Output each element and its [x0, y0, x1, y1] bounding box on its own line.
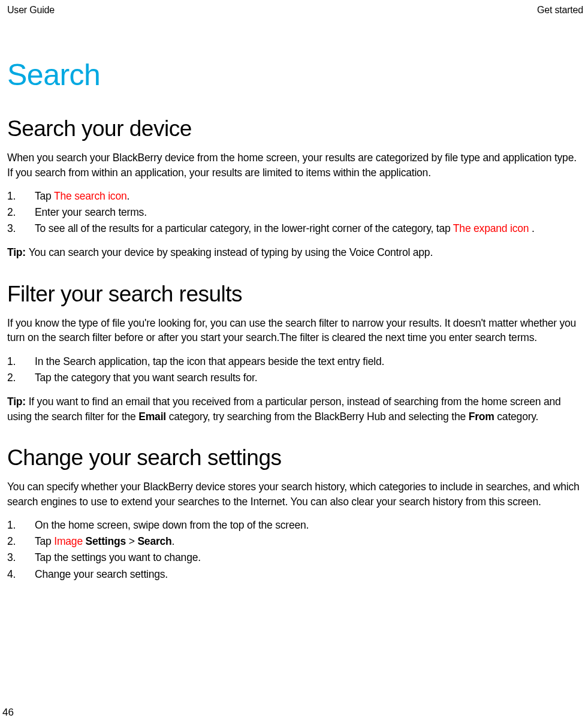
- section-intro: You can specify whether your BlackBerry …: [5, 479, 583, 509]
- header-right: Get started: [537, 5, 583, 16]
- settings-icon: Image: [54, 535, 83, 547]
- step-item: On the home screen, swipe down from the …: [7, 517, 583, 533]
- step-text: To see all of the results for a particul…: [35, 222, 453, 234]
- tip-text: Tip: You can search your device by speak…: [5, 245, 583, 260]
- tip-bold: From: [469, 411, 494, 423]
- section-title: Search your device: [5, 116, 583, 141]
- tip-label: Tip:: [7, 396, 29, 408]
- steps-list: On the home screen, swipe down from the …: [5, 517, 583, 583]
- step-item: Tap The search icon.: [7, 188, 583, 204]
- step-text: Tap the settings you want to change.: [35, 551, 201, 563]
- step-text: In the Search application, tap the icon …: [35, 355, 384, 367]
- tip-body: category, try searching from the BlackBe…: [166, 411, 469, 423]
- step-text: Tap: [35, 190, 54, 202]
- step-item: In the Search application, tap the icon …: [7, 354, 583, 370]
- tip-text: Tip: If you want to find an email that y…: [5, 394, 583, 424]
- section-title: Filter your search results: [5, 282, 583, 307]
- step-text: >: [126, 535, 137, 547]
- step-item: Tap Image Settings > Search.: [7, 533, 583, 550]
- step-text: Enter your search terms.: [35, 206, 147, 218]
- step-text: Change your search settings.: [35, 568, 168, 580]
- page-header: User Guide Get started: [5, 5, 583, 16]
- page-title: Search: [5, 58, 583, 92]
- step-text: Tap: [35, 535, 54, 547]
- step-item: To see all of the results for a particul…: [7, 221, 583, 237]
- section-intro: When you search your BlackBerry device f…: [5, 150, 583, 180]
- tip-body: category.: [494, 411, 539, 423]
- step-text: .: [126, 190, 129, 202]
- step-text: Tap the category that you want search re…: [35, 372, 257, 384]
- steps-list: In the Search application, tap the icon …: [5, 354, 583, 386]
- step-text: .: [172, 535, 175, 547]
- section-search-device: Search your device When you search your …: [5, 116, 583, 260]
- page-number: 46: [2, 707, 14, 719]
- step-text: .: [529, 222, 534, 234]
- step-item: Tap the category that you want search re…: [7, 370, 583, 386]
- search-icon: The search icon: [54, 190, 127, 202]
- step-text: On the home screen, swipe down from the …: [35, 519, 309, 531]
- step-bold: Search: [137, 535, 171, 547]
- expand-icon: The expand icon: [453, 222, 529, 234]
- step-item: Tap the settings you want to change.: [7, 550, 583, 566]
- tip-bold: Email: [138, 411, 166, 423]
- header-left: User Guide: [5, 5, 55, 16]
- section-filter-results: Filter your search results If you know t…: [5, 282, 583, 424]
- section-change-settings: Change your search settings You can spec…: [5, 445, 583, 583]
- tip-body: You can search your device by speaking i…: [29, 246, 433, 258]
- step-item: Change your search settings.: [7, 566, 583, 583]
- tip-label: Tip:: [7, 246, 29, 258]
- steps-list: Tap The search icon. Enter your search t…: [5, 188, 583, 237]
- step-bold: Settings: [86, 535, 126, 547]
- section-title: Change your search settings: [5, 445, 583, 470]
- step-item: Enter your search terms.: [7, 204, 583, 221]
- section-intro: If you know the type of file you're look…: [5, 316, 583, 345]
